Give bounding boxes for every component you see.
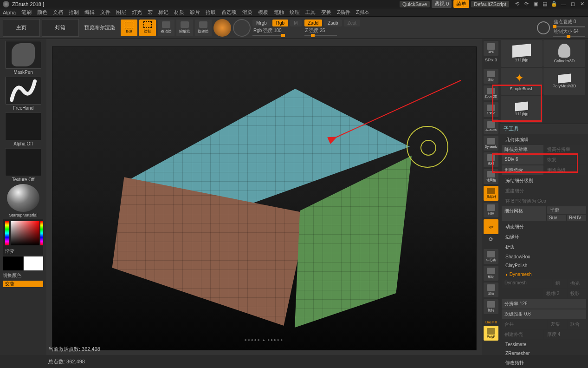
win-btn-1-icon[interactable]: ⟲ (514, 1, 520, 7)
menu-alpha[interactable]: Alpha (3, 10, 16, 15)
group-button[interactable]: 组 (553, 279, 567, 288)
subtool-header[interactable]: 子工具 (500, 124, 588, 134)
boolean-preview-label[interactable]: 预览布尔渲染 (81, 19, 119, 37)
draw-mode-button[interactable]: 绘制 (139, 20, 156, 36)
rebuild-subdiv-button[interactable]: 重建细分 (502, 186, 586, 196)
menu-file[interactable]: 文件 (100, 9, 110, 16)
center-button[interactable]: 中心点 (484, 249, 498, 264)
sculptris-button[interactable] (213, 19, 231, 37)
thickness-slider[interactable]: 厚度 4 (544, 330, 586, 339)
shell-button[interactable]: 创建外壳 (502, 330, 543, 339)
menu-color[interactable]: 颜色 (37, 9, 47, 16)
xyz-button[interactable]: xyz (484, 219, 498, 234)
menu-stencil[interactable]: 模板 (258, 9, 268, 16)
sv-square[interactable] (11, 221, 39, 245)
zremesher-item[interactable]: ZRemesher (502, 349, 586, 358)
higher-res-button[interactable]: 提高分辨率 (544, 145, 586, 154)
swatch-main[interactable] (3, 256, 23, 270)
quicksave-button[interactable]: QuickSave (400, 1, 430, 7)
rgb-intensity-slider[interactable] (252, 35, 285, 36)
gizmo3d-button[interactable] (233, 19, 251, 37)
freeze-subdiv-button[interactable]: 冻结细分级别 (502, 176, 586, 186)
lower-res-button[interactable]: 降低分辨率 (502, 145, 543, 154)
alpha-selector[interactable]: Alpha Off (3, 112, 44, 147)
tool-thumb-2[interactable]: Cylinder3D (543, 40, 585, 67)
modify-topo-item[interactable]: 修改拓扑 (502, 358, 586, 368)
localsym-button[interactable]: 局部对 (484, 186, 498, 201)
menu-render[interactable]: 渲染 (242, 9, 252, 16)
reuv-button[interactable]: ReUV (567, 215, 586, 221)
zsub-button[interactable]: Zsub (324, 20, 342, 26)
blur-slider[interactable]: 模糊 2 (543, 289, 567, 298)
switch-color-label[interactable]: 切换颜色 (1, 271, 23, 280)
divide-button[interactable]: 细分网格 (502, 206, 546, 221)
win-btn-3-icon[interactable]: ▣ (532, 1, 539, 7)
smooth-button[interactable]: 平滑 (547, 206, 586, 214)
win-maximize-icon[interactable]: ◻ (569, 1, 576, 7)
tool-thumb-3[interactable]: ✦SimpleBrush (501, 68, 543, 95)
edgeloop-item[interactable]: 边缘环 (502, 232, 586, 242)
persp-button[interactable]: 透视 (484, 152, 498, 167)
scale-gizmo-button[interactable]: 缩放绘 (176, 20, 193, 36)
subproj-slider[interactable]: 次级投射 0.6 (502, 309, 586, 319)
crease-item[interactable]: 折边 (502, 242, 586, 252)
merge-button[interactable]: 合并 (502, 320, 547, 329)
menu-tool[interactable]: 工具 (305, 9, 316, 16)
suv-button[interactable]: Suv (547, 215, 566, 221)
diff-button[interactable]: 差集 (548, 320, 567, 329)
sdiv-slider[interactable]: SDiv 6 (502, 155, 543, 164)
home-tab[interactable]: 主页 (3, 19, 40, 37)
shadowbox-item[interactable]: ShadowBox (502, 252, 586, 261)
bpr-to-geo-button[interactable]: 将 BPR 转换为 Geo (502, 196, 586, 206)
menu-texture[interactable]: 纹理 (290, 9, 300, 16)
rgb-intensity-label[interactable]: Rgb 强度 100 (252, 27, 302, 34)
menu-zplugin[interactable]: Z插件 (337, 9, 350, 16)
swatch-secondary[interactable] (24, 256, 43, 270)
menu-light[interactable]: 灯光 (132, 9, 142, 16)
tool-thumb-1[interactable]: 111jhjg (501, 40, 543, 67)
draw-size-label[interactable]: 绘制大小 64 (553, 28, 585, 35)
win-minimize-icon[interactable]: — (560, 1, 567, 7)
polish-button[interactable]: 抛光 (568, 279, 586, 288)
resolution-slider[interactable]: 分辨率 128 (502, 299, 586, 309)
menu-preferences[interactable]: 首选项 (221, 9, 237, 16)
del-higher-button[interactable]: 删除高级 (544, 165, 586, 175)
claypolish-item[interactable]: ClayPolish (502, 261, 586, 270)
menu-movie[interactable]: 影片 (190, 9, 200, 16)
spix-label[interactable]: SPix 3 (485, 58, 497, 62)
rgb-button[interactable]: Rgb (272, 20, 288, 26)
brush-selector[interactable]: MaskPen (3, 41, 44, 76)
zcut-button[interactable]: Zcut (344, 20, 360, 26)
menu-edit[interactable]: 编辑 (84, 9, 95, 16)
focal-shift-slider[interactable] (553, 26, 585, 27)
menu-layer[interactable]: 图层 (116, 9, 126, 16)
tessimate-item[interactable]: Tessimate (502, 340, 586, 349)
mrgb-button[interactable]: Mrgb (252, 20, 271, 26)
rotate-view-button[interactable]: 旋转 (484, 299, 498, 314)
menu-button[interactable]: 菜单 (453, 0, 469, 8)
stroke-selector[interactable]: FreeHand (3, 77, 44, 112)
menu-zscript[interactable]: Z脚本 (356, 9, 369, 16)
move-gizmo-button[interactable]: 移动绘 (158, 20, 174, 36)
dynamic-button[interactable]: Dynamic (484, 136, 498, 151)
z-intensity-slider[interactable] (304, 35, 337, 36)
win-btn-2-icon[interactable]: ⟳ (523, 1, 530, 7)
del-lower-button[interactable]: 删除低级 (502, 165, 543, 175)
geometry-header[interactable]: 几何体编辑 (502, 135, 586, 145)
texture-selector[interactable]: Texture Off (3, 148, 44, 183)
focal-shift-label[interactable]: 焦点衰减 0 (553, 19, 585, 25)
color-picker[interactable]: 渐变 (3, 219, 43, 256)
rotate-gizmo-button[interactable]: 旋转绘 (195, 20, 212, 36)
win-close-icon[interactable]: ✕ (579, 1, 585, 7)
menu-brush[interactable]: 笔刷 (21, 9, 32, 16)
dynamic-subdiv-item[interactable]: 动态细分 (502, 222, 586, 232)
win-btn-4-icon[interactable]: ▤ (542, 1, 548, 7)
m-button[interactable]: M (290, 20, 301, 26)
default-zscript-button[interactable]: DefaultZScript (471, 1, 509, 7)
hue-strip-left[interactable] (5, 221, 9, 245)
menu-stroke[interactable]: 笔触 (274, 9, 284, 16)
menu-transform[interactable]: 变换 (321, 9, 331, 16)
scroll-button[interactable]: 滚动 (484, 69, 498, 84)
win-lock-icon[interactable]: 🔒 (551, 1, 557, 7)
dynamesh-button[interactable]: Dynamesh (502, 279, 552, 288)
